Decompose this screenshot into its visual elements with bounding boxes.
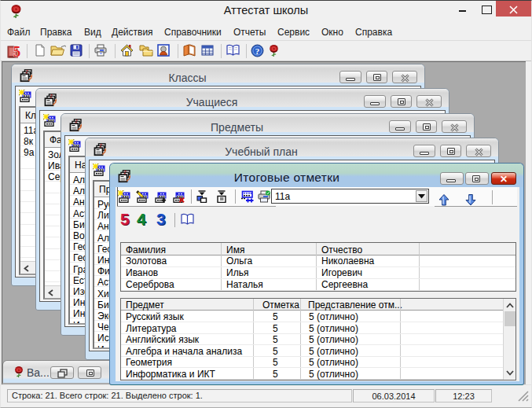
svg-text:5: 5 [13, 44, 21, 59]
svg-text:?: ? [255, 46, 260, 56]
